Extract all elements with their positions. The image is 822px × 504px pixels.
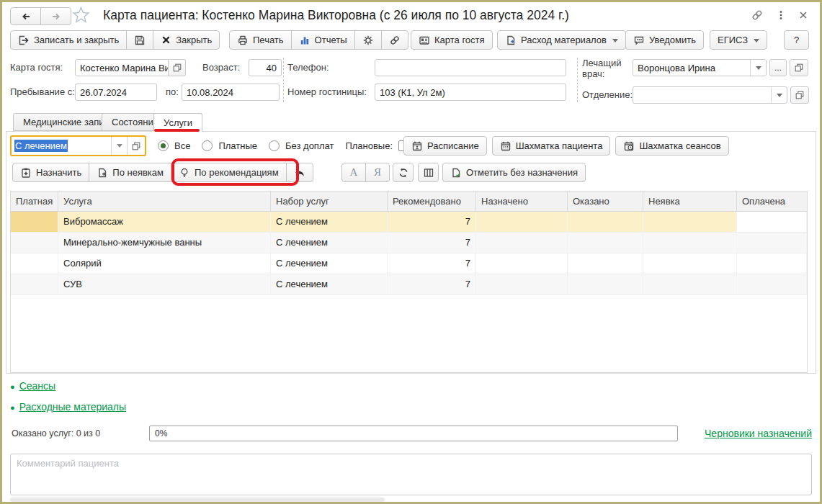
letter-ya-button[interactable]: Я (365, 163, 390, 182)
undo-button[interactable] (286, 163, 313, 182)
cell-paid[interactable] (11, 212, 58, 232)
column-header[interactable]: Неявка (643, 192, 737, 211)
table-row[interactable]: Вибромассаж С лечением 7 (11, 212, 807, 233)
age-field-label: Возраст: (202, 59, 240, 76)
cell-rendered[interactable] (568, 274, 643, 294)
service-set-open-button[interactable] (127, 137, 145, 155)
assign-button[interactable]: Назначить (12, 163, 89, 182)
notify-button[interactable]: Уведомить (625, 30, 704, 50)
age-input[interactable]: 40 (249, 59, 282, 76)
close-form-button[interactable]: Закрыть (153, 30, 220, 50)
service-set-filter-combo[interactable]: С лечением (10, 135, 146, 156)
cell-noshow[interactable] (643, 233, 737, 253)
column-header[interactable]: Рекомендовано (388, 192, 476, 211)
radio-paid[interactable] (202, 140, 213, 151)
print-button[interactable]: Печать (229, 30, 292, 50)
service-set-dropdown-button[interactable] (111, 137, 127, 155)
department-dropdown-button[interactable] (771, 87, 787, 103)
column-header[interactable]: Услуга (58, 192, 271, 211)
reports-button[interactable]: Отчеты (291, 30, 355, 50)
table-row[interactable]: Солярий С лечением 7 (11, 253, 807, 274)
help-button[interactable]: ? (784, 30, 809, 50)
cell-paid-status[interactable] (737, 253, 807, 274)
by-recommendations-button[interactable]: По рекомендациям (171, 163, 287, 182)
schedule-button[interactable]: Расписание (403, 136, 487, 156)
window-close-button[interactable] (795, 7, 811, 23)
table-row[interactable]: Минерально-жемчужные ванны С лечением 7 (11, 233, 807, 253)
column-header[interactable]: Набор услуг (271, 192, 388, 211)
doctor-combo[interactable]: Воронцова Ирина (633, 59, 767, 76)
cell-recommended[interactable]: 7 (388, 253, 476, 274)
department-combo[interactable] (633, 86, 787, 104)
bottom-splitter[interactable] (10, 498, 385, 502)
save-button[interactable] (126, 30, 153, 50)
phone-input[interactable] (375, 59, 566, 76)
patient-comment-input[interactable] (10, 454, 812, 495)
cell-assigned[interactable] (476, 212, 568, 232)
sessions-grid-button[interactable]: Шахматка сеансов (615, 136, 728, 156)
cell-assigned[interactable] (476, 253, 568, 274)
cell-paid-status[interactable] (737, 274, 807, 294)
column-header[interactable]: Платная (11, 192, 58, 211)
favorite-star-icon[interactable] (71, 6, 91, 25)
cell-noshow[interactable] (643, 274, 737, 294)
guest-card-input[interactable]: Костенко Марина Виктор (75, 59, 169, 76)
cell-recommended[interactable]: 7 (388, 233, 476, 253)
cell-service-set[interactable]: С лечением (271, 212, 388, 232)
cell-paid[interactable] (11, 274, 58, 294)
room-input[interactable]: 103 (К1, Ул 2м) (375, 84, 566, 101)
cell-service[interactable]: Минерально-жемчужные ванны (58, 233, 271, 253)
cell-rendered[interactable] (568, 212, 643, 232)
stay-to-input[interactable]: 10.08.2024 (182, 84, 280, 101)
cell-noshow[interactable] (643, 253, 737, 274)
cell-assigned[interactable] (476, 274, 568, 294)
doctor-choose-button[interactable]: ... (769, 59, 787, 76)
cell-service-set[interactable]: С лечением (271, 233, 388, 253)
cell-paid[interactable] (11, 233, 58, 253)
back-button[interactable] (10, 7, 41, 25)
mark-without-assignment-button[interactable]: Отметить без назначения (442, 163, 586, 182)
guest-card-button[interactable]: Карта гостя (411, 30, 493, 50)
column-header[interactable]: Назначено (476, 192, 568, 211)
columns-settings-button[interactable] (418, 163, 439, 182)
cell-recommended[interactable]: 7 (388, 212, 476, 232)
cell-rendered[interactable] (568, 253, 643, 274)
radio-all[interactable] (158, 140, 169, 151)
doctor-open-button[interactable] (790, 59, 808, 76)
by-noshow-button[interactable]: По неявкам (89, 163, 171, 182)
patient-grid-button[interactable]: Шахматка пациента (492, 136, 611, 156)
egisz-button[interactable]: ЕГИСЗ (710, 30, 767, 50)
cell-service-set[interactable]: С лечением (271, 274, 388, 294)
department-open-button[interactable] (790, 86, 809, 104)
cell-paid-status[interactable] (737, 233, 807, 253)
drafts-link[interactable]: Черновики назначений (681, 427, 812, 440)
materials-link[interactable]: ●Расходные материалы (10, 400, 126, 413)
table-row[interactable]: СУВ С лечением 7 (11, 274, 807, 295)
get-link-button[interactable] (381, 30, 408, 50)
cell-paid-status[interactable] (737, 212, 807, 232)
cell-service[interactable]: Солярий (58, 253, 271, 274)
cell-recommended[interactable]: 7 (388, 274, 476, 294)
radio-no-surcharge[interactable] (269, 140, 280, 151)
letter-a-button[interactable]: А (341, 163, 366, 182)
sessions-link[interactable]: ●Сеансы (10, 379, 55, 392)
doctor-dropdown-button[interactable] (750, 60, 766, 76)
forward-button[interactable] (40, 7, 71, 25)
cell-assigned[interactable] (476, 233, 568, 253)
settings-button[interactable] (354, 30, 382, 50)
column-header[interactable]: Оплачена (737, 192, 807, 211)
guest-card-open-button[interactable] (169, 59, 186, 76)
cell-noshow[interactable] (643, 212, 737, 232)
refresh-button[interactable] (393, 163, 414, 182)
cell-paid[interactable] (11, 253, 58, 274)
stay-from-input[interactable]: 26.07.2024 (75, 84, 157, 101)
materials-expense-button[interactable]: Расход материалов (497, 30, 626, 50)
more-menu-button[interactable] (773, 7, 789, 23)
cell-service[interactable]: Вибромассаж (58, 212, 271, 232)
cell-rendered[interactable] (568, 233, 643, 253)
cell-service[interactable]: СУВ (58, 274, 271, 294)
save-and-close-button[interactable]: Записать и закрыть (10, 30, 127, 50)
copy-link-button[interactable] (749, 7, 765, 23)
column-header[interactable]: Оказано (568, 192, 643, 211)
cell-service-set[interactable]: С лечением (271, 253, 388, 274)
